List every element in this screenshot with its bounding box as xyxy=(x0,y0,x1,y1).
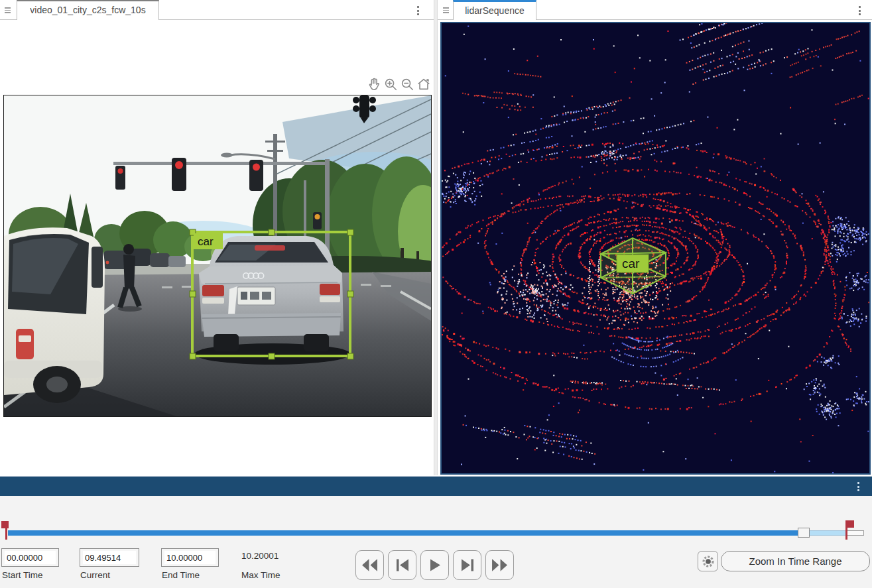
max-time-value: 10.20001 xyxy=(241,551,279,561)
timeline-header-bar xyxy=(0,476,872,496)
zoom-in-time-range-button[interactable]: Zoom In Time Range xyxy=(721,551,870,571)
current-time-fieldbox xyxy=(80,548,139,567)
play-button[interactable] xyxy=(420,550,449,580)
end-time-input[interactable] xyxy=(164,551,216,564)
tab-lidar[interactable]: lidarSequence xyxy=(453,0,536,20)
previous-frame-icon xyxy=(395,558,410,572)
fast-forward-icon xyxy=(491,558,509,572)
video-frame: car xyxy=(3,95,432,417)
fast-forward-button[interactable] xyxy=(485,550,514,580)
zoom-in-time-range-label: Zoom In Time Range xyxy=(749,556,841,567)
playback-controls xyxy=(355,550,514,580)
car-label: car xyxy=(198,235,214,248)
timeline-thumb[interactable] xyxy=(798,528,810,538)
timeline-track-played[interactable] xyxy=(8,530,798,536)
end-flag-pole[interactable] xyxy=(845,520,847,540)
panel-drag-handle-icon[interactable] xyxy=(2,3,13,18)
lidar-panel-menu-icon[interactable] xyxy=(854,5,865,17)
video-frame-image: car xyxy=(4,95,431,416)
labeler-app: video_01_city_c2s_fcw_10s xyxy=(0,0,872,588)
current-time-label: Current xyxy=(80,570,110,580)
end-time-label: End Time xyxy=(162,570,200,580)
tab-video[interactable]: video_01_city_c2s_fcw_10s xyxy=(17,0,159,20)
start-time-label: Start Time xyxy=(2,570,43,580)
lidar-point-cloud xyxy=(442,23,869,473)
start-time-fieldbox xyxy=(1,548,59,567)
play-icon xyxy=(428,558,442,572)
previous-frame-button[interactable] xyxy=(388,550,416,580)
rewind-button[interactable] xyxy=(355,550,384,580)
video-tabbar: video_01_city_c2s_fcw_10s xyxy=(0,0,434,20)
panel-drag-handle-icon[interactable] xyxy=(440,3,451,18)
timeline-track-beyond-range[interactable] xyxy=(847,530,864,536)
max-time-label: Max Time xyxy=(241,570,280,580)
end-flag-icon[interactable] xyxy=(847,520,854,528)
next-frame-button[interactable] xyxy=(453,550,481,580)
pan-icon[interactable] xyxy=(366,75,381,93)
settings-button[interactable] xyxy=(698,551,718,571)
lidar-viewport[interactable]: car xyxy=(440,22,871,475)
zoom-in-icon[interactable] xyxy=(383,75,398,93)
video-panel-menu-icon[interactable] xyxy=(412,5,423,17)
axes-toolbar xyxy=(366,75,431,93)
white-van xyxy=(4,227,105,403)
panel-splitter[interactable] xyxy=(434,0,438,475)
start-flag-pole[interactable] xyxy=(5,521,7,540)
next-frame-icon xyxy=(460,558,475,572)
zoom-out-icon[interactable] xyxy=(399,75,414,93)
playback-panel: 10.20001 Start Time Current End Time Max… xyxy=(0,496,872,588)
end-time-fieldbox xyxy=(161,548,219,567)
tab-video-label: video_01_city_c2s_fcw_10s xyxy=(30,5,145,15)
start-time-input[interactable] xyxy=(5,551,56,564)
lidar-tabbar: lidarSequence xyxy=(438,0,872,20)
tab-lidar-label: lidarSequence xyxy=(465,5,525,16)
gear-icon xyxy=(701,554,716,569)
silver-sedan xyxy=(194,236,351,365)
rewind-icon xyxy=(361,558,379,572)
timeline-track-remaining[interactable] xyxy=(810,530,847,536)
home-icon[interactable] xyxy=(416,75,431,93)
current-time-input[interactable] xyxy=(83,551,136,564)
timeline-menu-icon[interactable] xyxy=(853,481,863,493)
